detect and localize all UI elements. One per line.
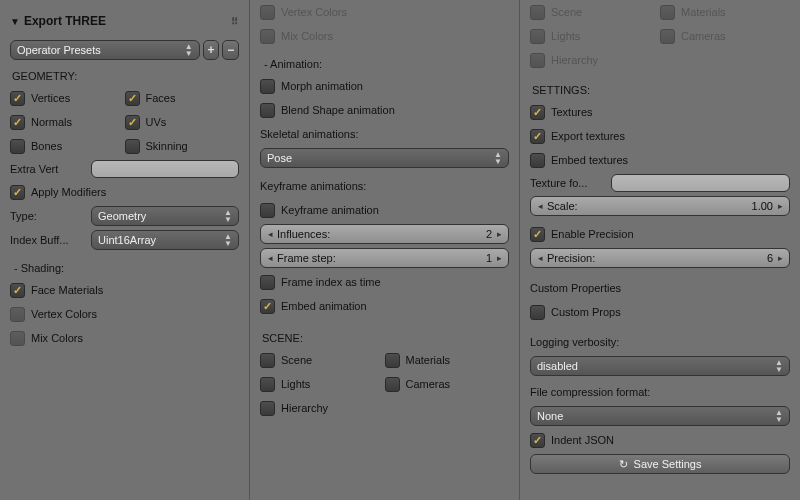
decrement-icon[interactable]: ◂	[265, 253, 275, 263]
faces-label: Faces	[146, 92, 176, 104]
textures-label: Textures	[551, 106, 593, 118]
drag-handle-icon[interactable]: ⠿	[231, 16, 239, 27]
apply-modifiers-checkbox[interactable]	[10, 185, 25, 200]
lights-label-2: Lights	[551, 30, 580, 42]
enable-precision-checkbox[interactable]	[530, 227, 545, 242]
materials-checkbox-2	[660, 5, 675, 20]
faces-checkbox[interactable]	[125, 91, 140, 106]
bones-label: Bones	[31, 140, 62, 152]
scene-heading: SCENE:	[262, 332, 509, 344]
precision-label: Precision:	[547, 252, 595, 264]
dropdown-arrows-icon: ▲▼	[224, 233, 232, 247]
scene-label: Scene	[281, 354, 312, 366]
hierarchy-checkbox[interactable]	[260, 401, 275, 416]
dropdown-arrows-icon: ▲▼	[185, 43, 193, 57]
enable-precision-label: Enable Precision	[551, 228, 634, 240]
blend-label: Blend Shape animation	[281, 104, 395, 116]
increment-icon[interactable]: ▸	[494, 253, 504, 263]
uvs-label: UVs	[146, 116, 167, 128]
skinning-checkbox[interactable]	[125, 139, 140, 154]
precision-slider[interactable]: ◂ Precision: 6 ▸	[530, 248, 790, 268]
operator-presets-label: Operator Presets	[17, 44, 101, 56]
skeletal-dropdown[interactable]: Pose ▲▼	[260, 148, 509, 168]
morph-label: Morph animation	[281, 80, 363, 92]
morph-checkbox[interactable]	[260, 79, 275, 94]
index-buffer-value: Uint16Array	[98, 234, 156, 246]
shading-heading: - Shading:	[14, 262, 239, 274]
indent-json-checkbox[interactable]	[530, 433, 545, 448]
vertex-colors-label: Vertex Colors	[31, 308, 97, 320]
scene-label-2: Scene	[551, 6, 582, 18]
embed-textures-checkbox[interactable]	[530, 153, 545, 168]
index-buffer-label: Index Buff...	[10, 234, 85, 246]
framestep-value: 1	[486, 252, 492, 264]
extra-vert-input[interactable]	[91, 160, 239, 178]
influences-value: 2	[486, 228, 492, 240]
save-settings-button[interactable]: ↻ Save Settings	[530, 454, 790, 474]
index-buffer-dropdown[interactable]: Uint16Array ▲▼	[91, 230, 239, 250]
vertices-checkbox[interactable]	[10, 91, 25, 106]
save-settings-label: Save Settings	[634, 458, 702, 470]
normals-checkbox[interactable]	[10, 115, 25, 130]
hierarchy-checkbox-2	[530, 53, 545, 68]
frame-index-checkbox[interactable]	[260, 275, 275, 290]
logging-value: disabled	[537, 360, 578, 372]
refresh-icon: ↻	[619, 458, 628, 471]
skeletal-label: Skeletal animations:	[260, 128, 358, 140]
keyframe-animations-label: Keyframe animations:	[260, 180, 366, 192]
collapse-triangle-icon[interactable]: ▼	[10, 16, 20, 27]
normals-label: Normals	[31, 116, 72, 128]
mix-colors-label-2: Mix Colors	[281, 30, 333, 42]
embed-textures-label: Embed textures	[551, 154, 628, 166]
custom-properties-heading: Custom Properties	[530, 282, 621, 294]
vertex-colors-label-2: Vertex Colors	[281, 6, 347, 18]
increment-icon[interactable]: ▸	[775, 253, 785, 263]
increment-icon[interactable]: ▸	[775, 201, 785, 211]
dropdown-arrows-icon: ▲▼	[494, 151, 502, 165]
texture-folder-input[interactable]	[611, 174, 790, 192]
cameras-checkbox-2	[660, 29, 675, 44]
animation-heading: - Animation:	[264, 58, 509, 70]
lights-checkbox[interactable]	[260, 377, 275, 392]
export-textures-checkbox[interactable]	[530, 129, 545, 144]
preset-add-button[interactable]: +	[203, 40, 220, 60]
blend-checkbox[interactable]	[260, 103, 275, 118]
framestep-slider[interactable]: ◂ Frame step: 1 ▸	[260, 248, 509, 268]
cameras-checkbox[interactable]	[385, 377, 400, 392]
face-materials-checkbox[interactable]	[10, 283, 25, 298]
keyframe-checkbox[interactable]	[260, 203, 275, 218]
decrement-icon[interactable]: ◂	[265, 229, 275, 239]
materials-label-2: Materials	[681, 6, 726, 18]
custom-props-checkbox[interactable]	[530, 305, 545, 320]
influences-slider[interactable]: ◂ Influences: 2 ▸	[260, 224, 509, 244]
operator-presets-dropdown[interactable]: Operator Presets ▲▼	[10, 40, 200, 60]
type-dropdown[interactable]: Geometry ▲▼	[91, 206, 239, 226]
skinning-label: Skinning	[146, 140, 188, 152]
preset-remove-button[interactable]: −	[222, 40, 239, 60]
mix-colors-label: Mix Colors	[31, 332, 83, 344]
increment-icon[interactable]: ▸	[494, 229, 504, 239]
indent-json-label: Indent JSON	[551, 434, 614, 446]
embed-animation-checkbox[interactable]	[260, 299, 275, 314]
texture-folder-label: Texture fo...	[530, 177, 605, 189]
bones-checkbox[interactable]	[10, 139, 25, 154]
textures-checkbox[interactable]	[530, 105, 545, 120]
settings-heading: SETTINGS:	[532, 84, 790, 96]
decrement-icon[interactable]: ◂	[535, 201, 545, 211]
decrement-icon[interactable]: ◂	[535, 253, 545, 263]
materials-label: Materials	[406, 354, 451, 366]
uvs-checkbox[interactable]	[125, 115, 140, 130]
type-label: Type:	[10, 210, 85, 222]
cameras-label: Cameras	[406, 378, 451, 390]
mix-colors-checkbox-2	[260, 29, 275, 44]
dropdown-arrows-icon: ▲▼	[224, 209, 232, 223]
frame-index-label: Frame index as time	[281, 276, 381, 288]
logging-dropdown[interactable]: disabled ▲▼	[530, 356, 790, 376]
scale-value: 1.00	[752, 200, 773, 212]
panel-header[interactable]: ▼ Export THREE ⠿	[10, 8, 239, 36]
compression-dropdown[interactable]: None ▲▼	[530, 406, 790, 426]
scale-slider[interactable]: ◂ Scale: 1.00 ▸	[530, 196, 790, 216]
compression-value: None	[537, 410, 563, 422]
scene-checkbox[interactable]	[260, 353, 275, 368]
materials-checkbox[interactable]	[385, 353, 400, 368]
